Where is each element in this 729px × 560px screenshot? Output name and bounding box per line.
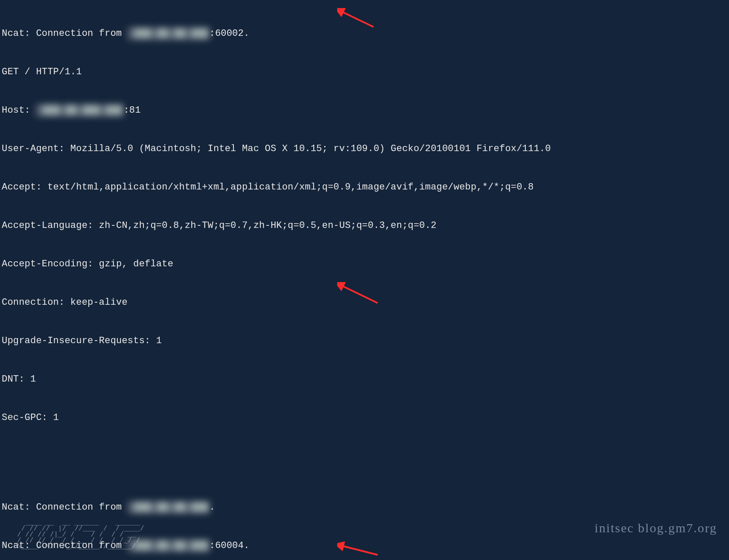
redacted-ip: ███.██.██.███ <box>128 27 210 40</box>
ncat-connection-line: Ncat: Connection from ███.██.██.███. <box>2 501 727 514</box>
blank-line <box>2 450 727 463</box>
terminal-output[interactable]: Ncat: Connection from ███.██.██.███:6000… <box>0 0 729 560</box>
ncat-connection-line: Ncat: Connection from ███.██.██.███:6000… <box>2 540 727 552</box>
ncat-prefix: Ncat: Connection from <box>2 502 128 513</box>
http-accept-language-line: Accept-Language: zh-CN,zh;q=0.8,zh-TW;q=… <box>2 219 727 232</box>
ncat-prefix: Ncat: Connection from <box>2 28 128 39</box>
ncat-prefix: Ncat: Connection from <box>2 540 128 551</box>
text-watermark: initsec blog.gm7.org <box>595 522 717 534</box>
port-suffix: :60002. <box>210 28 250 39</box>
http-dnt-line: DNT: 1 <box>2 373 727 386</box>
host-suffix: :81 <box>123 105 140 116</box>
http-request-line: GET / HTTP/1.1 <box>2 66 727 79</box>
http-gpc-line: Sec-GPC: 1 <box>2 411 727 424</box>
http-user-agent-line: User-Agent: Mozilla/5.0 (Macintosh; Inte… <box>2 143 727 155</box>
port-suffix: :60004. <box>210 540 250 551</box>
http-host-line: Host: ███.██.███.███:81 <box>2 104 727 117</box>
http-uir-line: Upgrade-Insecure-Requests: 1 <box>2 335 727 347</box>
redacted-ip: ███.██.██.███ <box>128 501 210 514</box>
http-accept-line: Accept: text/html,application/xhtml+xml,… <box>2 181 727 194</box>
ncat-connection-line: Ncat: Connection from ███.██.██.███:6000… <box>2 27 727 40</box>
redacted-host-ip: ███.██.███.███ <box>36 104 123 117</box>
http-accept-encoding-line: Accept-Encoding: gzip, deflate <box>2 258 727 271</box>
http-connection-line: Connection: keep-alive <box>2 296 727 309</box>
port-suffix: . <box>210 502 215 513</box>
host-prefix: Host: <box>2 105 36 116</box>
redacted-ip: ███.██.██.███ <box>128 540 210 552</box>
